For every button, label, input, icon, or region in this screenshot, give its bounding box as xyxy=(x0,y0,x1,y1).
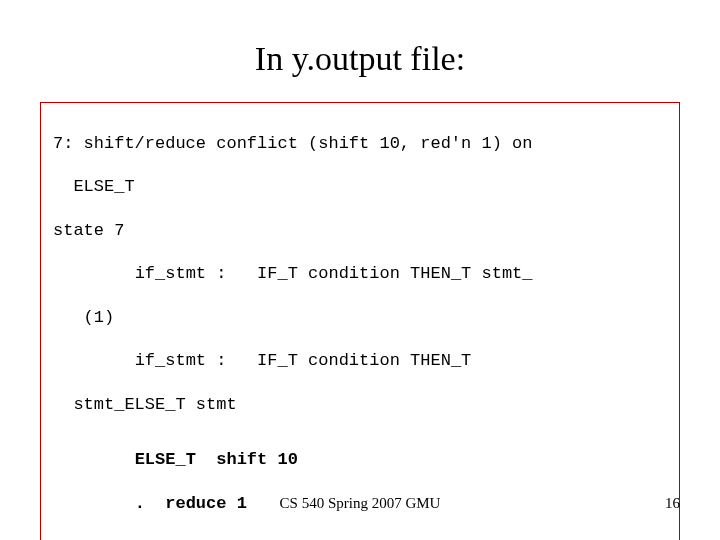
code-line: (1) xyxy=(53,307,667,329)
code-line-bold: ELSE_T shift 10 xyxy=(53,449,667,471)
code-line: ELSE_T xyxy=(53,176,667,198)
slide-title: In y.output file: xyxy=(0,40,720,78)
code-line: state 7 xyxy=(53,220,667,242)
page-number: 16 xyxy=(665,495,680,512)
footer-course: CS 540 Spring 2007 GMU xyxy=(0,495,720,512)
code-line: stmt_ELSE_T stmt xyxy=(53,394,667,416)
code-line: if_stmt : IF_T condition THEN_T stmt_ xyxy=(53,263,667,285)
code-line: if_stmt : IF_T condition THEN_T xyxy=(53,350,667,372)
code-line: 7: shift/reduce conflict (shift 10, red'… xyxy=(53,133,667,155)
code-box: 7: shift/reduce conflict (shift 10, red'… xyxy=(40,102,680,540)
